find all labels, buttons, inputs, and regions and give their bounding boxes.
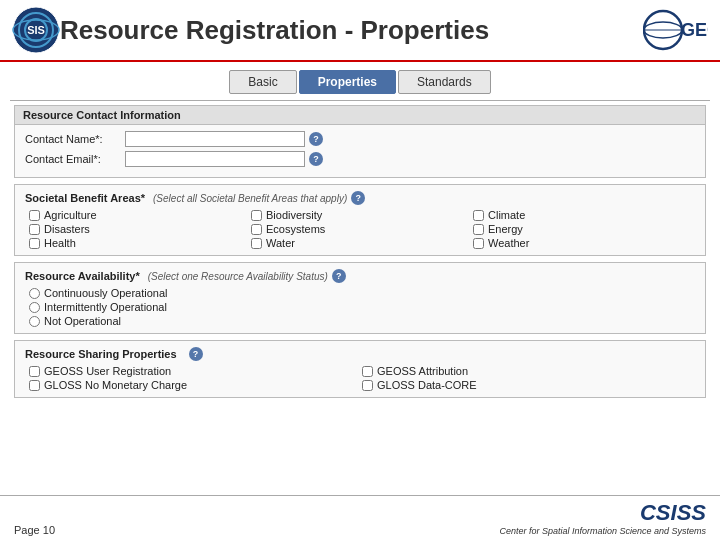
footer-brand: CSISS Center for Spatial Information Sci… xyxy=(499,500,706,536)
tab-standards[interactable]: Standards xyxy=(398,70,491,94)
sba-checkbox-item: Health xyxy=(29,237,251,249)
ra-hint: (Select one Resource Availability Status… xyxy=(148,271,328,282)
sharing-header-row: Resource Sharing Properties ? xyxy=(25,347,695,361)
page-footer: Page 10 CSISS Center for Spatial Informa… xyxy=(0,495,720,540)
societal-section: Societal Benefit Areas* (Select all Soci… xyxy=(14,184,706,256)
page-header: SIS Resource Registration - Properties G… xyxy=(0,0,720,62)
sba-checkbox-biodiversity[interactable] xyxy=(251,210,262,221)
sba-checkbox-item: Biodiversity xyxy=(251,209,473,221)
sba-checkbox-ecosystems[interactable] xyxy=(251,224,262,235)
sba-checkbox-item: Climate xyxy=(473,209,695,221)
page-number: Page 10 xyxy=(14,524,55,536)
sharing-section-body: Resource Sharing Properties ? GEOSS User… xyxy=(15,341,705,397)
sba-checkbox-water[interactable] xyxy=(251,238,262,249)
brand-sub: Center for Spatial Information Science a… xyxy=(499,526,706,536)
sharing-checkbox-geoss-attribution[interactable] xyxy=(362,366,373,377)
ra-radio-not-operational[interactable] xyxy=(29,316,40,327)
sba-checkbox-label: Energy xyxy=(488,223,523,235)
sba-checkbox-item: Ecosystems xyxy=(251,223,473,235)
sba-checkbox-label: Weather xyxy=(488,237,529,249)
sba-checkboxes-grid: AgricultureBiodiversityClimateDisastersE… xyxy=(29,209,695,249)
ra-radio-intermittently-operational[interactable] xyxy=(29,302,40,313)
sba-checkbox-label: Health xyxy=(44,237,76,249)
ra-info-icon[interactable]: ? xyxy=(332,269,346,283)
ra-radio-item: Intermittently Operational xyxy=(29,301,695,313)
ra-radio-label: Intermittently Operational xyxy=(44,301,167,313)
sba-checkbox-label: Ecosystems xyxy=(266,223,325,235)
svg-text:GEO: GEO xyxy=(681,20,708,40)
ra-radio-continuously-operational[interactable] xyxy=(29,288,40,299)
sharing-checkbox-label: GLOSS No Monetary Charge xyxy=(44,379,187,391)
sba-checkbox-label: Water xyxy=(266,237,295,249)
ra-radio-label: Continuously Operational xyxy=(44,287,168,299)
ra-radio-group: Continuously OperationalIntermittently O… xyxy=(29,287,695,327)
sharing-checkbox-gloss-no-monetary-charge[interactable] xyxy=(29,380,40,391)
sba-checkbox-label: Climate xyxy=(488,209,525,221)
contact-section: Resource Contact Information Contact Nam… xyxy=(14,105,706,178)
sharing-checkbox-item: GLOSS Data-CORE xyxy=(362,379,695,391)
brand-name: CSISS xyxy=(499,500,706,526)
sba-checkbox-weather[interactable] xyxy=(473,238,484,249)
ra-radio-item: Not Operational xyxy=(29,315,695,327)
sharing-checkbox-item: GLOSS No Monetary Charge xyxy=(29,379,362,391)
sharing-checkbox-item: GEOSS User Registration xyxy=(29,365,362,377)
availability-section-body: Resource Availability* (Select one Resou… xyxy=(15,263,705,333)
sharing-checkbox-geoss-user-registration[interactable] xyxy=(29,366,40,377)
sba-checkbox-agriculture[interactable] xyxy=(29,210,40,221)
sharing-checkbox-label: GEOSS Attribution xyxy=(377,365,468,377)
sba-hint: (Select all Societal Benefit Areas that … xyxy=(153,193,347,204)
sba-checkbox-energy[interactable] xyxy=(473,224,484,235)
contact-section-header: Resource Contact Information xyxy=(15,106,705,125)
svg-text:SIS: SIS xyxy=(27,24,45,36)
availability-section: Resource Availability* (Select one Resou… xyxy=(14,262,706,334)
sba-checkbox-item: Energy xyxy=(473,223,695,235)
tabs-container: Basic Properties Standards xyxy=(0,62,720,98)
contact-email-label: Contact Email*: xyxy=(25,153,125,165)
sba-checkbox-item: Water xyxy=(251,237,473,249)
sba-checkbox-label: Biodiversity xyxy=(266,209,322,221)
sharing-info-icon[interactable]: ? xyxy=(189,347,203,361)
contact-email-input[interactable] xyxy=(125,151,305,167)
ra-radio-item: Continuously Operational xyxy=(29,287,695,299)
sharing-checkbox-item: GEOSS Attribution xyxy=(362,365,695,377)
tabs-divider xyxy=(10,100,710,101)
sba-checkbox-item: Disasters xyxy=(29,223,251,235)
sba-checkbox-disasters[interactable] xyxy=(29,224,40,235)
contact-section-body: Contact Name*: ? Contact Email*: ? xyxy=(15,125,705,177)
main-content: Resource Contact Information Contact Nam… xyxy=(0,105,720,398)
sba-header-row: Societal Benefit Areas* (Select all Soci… xyxy=(25,191,695,205)
sba-checkbox-item: Agriculture xyxy=(29,209,251,221)
sharing-label: Resource Sharing Properties xyxy=(25,348,177,360)
ra-radio-label: Not Operational xyxy=(44,315,121,327)
contact-name-label: Contact Name*: xyxy=(25,133,125,145)
tab-basic[interactable]: Basic xyxy=(229,70,296,94)
sharing-checkbox-label: GEOSS User Registration xyxy=(44,365,171,377)
page-title: Resource Registration - Properties xyxy=(60,15,643,46)
sba-checkbox-climate[interactable] xyxy=(473,210,484,221)
sharing-checkboxes-grid: GEOSS User RegistrationGEOSS Attribution… xyxy=(29,365,695,391)
tab-properties[interactable]: Properties xyxy=(299,70,396,94)
sba-checkbox-label: Agriculture xyxy=(44,209,97,221)
sharing-checkbox-gloss-data-core[interactable] xyxy=(362,380,373,391)
contact-email-row: Contact Email*: ? xyxy=(25,151,695,167)
sis-logo-icon: SIS xyxy=(12,6,60,54)
contact-email-info-icon[interactable]: ? xyxy=(309,152,323,166)
sharing-section: Resource Sharing Properties ? GEOSS User… xyxy=(14,340,706,398)
sharing-checkbox-label: GLOSS Data-CORE xyxy=(377,379,477,391)
ra-label: Resource Availability* xyxy=(25,270,140,282)
sba-label: Societal Benefit Areas* xyxy=(25,192,145,204)
sba-checkbox-label: Disasters xyxy=(44,223,90,235)
contact-name-row: Contact Name*: ? xyxy=(25,131,695,147)
sba-checkbox-health[interactable] xyxy=(29,238,40,249)
ra-header-row: Resource Availability* (Select one Resou… xyxy=(25,269,695,283)
contact-name-info-icon[interactable]: ? xyxy=(309,132,323,146)
sba-info-icon[interactable]: ? xyxy=(351,191,365,205)
contact-name-input[interactable] xyxy=(125,131,305,147)
geo-logo-icon: GEO xyxy=(643,8,708,53)
sba-checkbox-item: Weather xyxy=(473,237,695,249)
societal-section-body: Societal Benefit Areas* (Select all Soci… xyxy=(15,185,705,255)
